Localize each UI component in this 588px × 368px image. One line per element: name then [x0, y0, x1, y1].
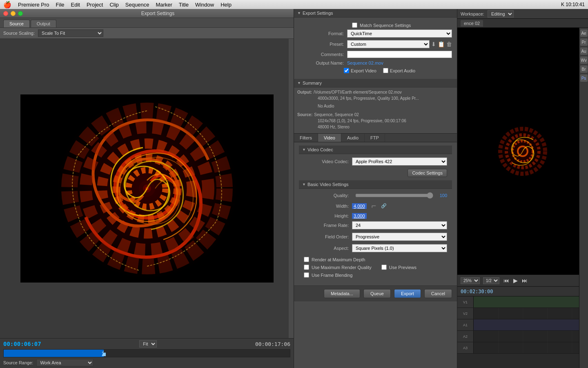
menu-sequence[interactable]: Sequence [125, 2, 149, 8]
track-a1-content[interactable] [474, 319, 588, 330]
video-codec-title: Video Codec [307, 147, 333, 152]
preset-select[interactable]: Custom [347, 40, 430, 48]
fit-select[interactable]: Fit [139, 340, 157, 348]
timeline-header: 00:02:30:00 [457, 287, 588, 296]
aspect-select[interactable]: Square Pixels (1.0) [352, 244, 447, 252]
workspace-select[interactable]: Editing [488, 10, 514, 18]
goto-end-button[interactable]: ⏭ [521, 276, 528, 285]
tab-output[interactable]: Output [31, 20, 56, 27]
program-preview [457, 28, 588, 275]
summary-output-val: /Volumes/OPTI/Earth element/Sequence 02.… [314, 89, 402, 95]
save-preset-icon[interactable]: ⬇ [431, 41, 436, 47]
export-video-checkbox[interactable] [344, 68, 349, 73]
quality-value: 100 [440, 193, 447, 198]
tab-audio[interactable]: Audio [341, 134, 365, 142]
queue-button[interactable]: Queue [363, 289, 391, 298]
menu-marker[interactable]: Marker [156, 2, 172, 8]
current-timecode: 00:00:06:07 [3, 341, 41, 347]
track-a2-content[interactable] [474, 331, 588, 342]
close-window-button[interactable] [3, 11, 8, 16]
maximize-window-button[interactable] [18, 11, 23, 16]
source-range-select[interactable]: Work Area [36, 359, 94, 366]
delete-preset-icon[interactable]: 🗑 [446, 41, 452, 47]
codec-settings-button[interactable]: Codec Settings [408, 169, 447, 177]
tab-source[interactable]: Source [3, 20, 30, 27]
preview-scrollbar[interactable] [289, 39, 294, 338]
export-settings-header[interactable]: ▼ Export Settings [294, 9, 457, 18]
height-value[interactable]: 3,000 [352, 213, 367, 219]
menu-help[interactable]: Help [220, 2, 232, 8]
basic-video-header[interactable]: ▼ Basic Video Settings [299, 180, 452, 189]
use-previews-checkbox[interactable] [381, 265, 387, 270]
load-preset-icon[interactable]: 📋 [438, 41, 445, 47]
summary-output-details: 4000x3000, 24 fps, Progressive, Quality … [297, 95, 454, 101]
menubar-right: K 10:10:41 [561, 2, 585, 7]
tool-ps[interactable]: Ps [580, 74, 588, 82]
track-v2-content[interactable] [474, 308, 588, 319]
codec-select[interactable]: Apple ProRes 422 [352, 157, 447, 166]
link-aspect-icon[interactable]: 🔗 [381, 203, 387, 209]
track-a1: A1 [457, 319, 588, 331]
source-scaling-select[interactable]: Scale To Fit [38, 29, 103, 37]
summary-content: Output: /Volumes/OPTI/Earth element/Sequ… [294, 88, 457, 133]
tool-ae[interactable]: Ae [580, 29, 588, 37]
frame-blend-checkbox[interactable] [304, 272, 309, 278]
goto-start-button[interactable]: ⏮ [503, 276, 510, 285]
menu-title[interactable]: Title [179, 2, 189, 8]
spiral-artwork [20, 94, 274, 283]
field-order-select[interactable]: Progressive [352, 233, 447, 241]
cancel-button[interactable]: Cancel [424, 289, 452, 298]
page-select[interactable]: 1/2 [483, 277, 499, 284]
summary-header[interactable]: ▼ Summary [294, 79, 457, 88]
metadata-button[interactable]: Metadata... [324, 289, 360, 298]
tab-ftp[interactable]: FTP [365, 134, 385, 142]
codec-label: Video Codec: [304, 159, 349, 164]
tab-filters[interactable]: Filters [294, 134, 318, 142]
menu-window[interactable]: Window [195, 2, 214, 8]
export-settings-title: Export Settings [303, 11, 333, 16]
track-v1-content[interactable] [474, 296, 588, 307]
apple-menu[interactable]: 🍎 [3, 1, 11, 9]
quality-slider[interactable] [355, 192, 433, 199]
zoom-select[interactable]: 25% [461, 277, 480, 284]
menu-project[interactable]: Project [87, 2, 103, 8]
menu-premiere-pro[interactable]: Premiere Pro [18, 2, 49, 8]
minimize-window-button[interactable] [11, 11, 16, 16]
sequence-tab[interactable]: ence 02 [461, 20, 483, 27]
output-name-link[interactable]: Sequence 02.mov [347, 61, 383, 65]
menu-file[interactable]: File [56, 2, 65, 8]
track-v1: V1 [457, 296, 588, 308]
basic-video-title: Basic Video Settings [307, 182, 349, 187]
format-select[interactable]: QuickTime [347, 29, 452, 38]
height-row: Height: 3,000 [304, 213, 447, 219]
track-a3-content[interactable] [474, 342, 588, 353]
export-button[interactable]: Export [394, 289, 421, 298]
tab-video[interactable]: Video [318, 134, 341, 142]
timeline-scrubber[interactable] [3, 349, 290, 357]
video-codec-header[interactable]: ▼ Video Codec [299, 146, 452, 154]
video-codec-collapse-icon: ▼ [302, 148, 306, 152]
video-settings: ▼ Video Codec Video Codec: Apple ProRes … [294, 142, 457, 285]
playback-controls: 00:00:06:07 Fit 00:00:17:06 Source Range… [0, 338, 294, 368]
export-audio-checkbox[interactable] [383, 68, 388, 73]
workspace-label: Workspace: [461, 11, 484, 16]
match-seq-checkbox[interactable] [352, 22, 357, 28]
menu-clip[interactable]: Clip [109, 2, 118, 8]
preview-area [0, 39, 294, 338]
tool-au[interactable]: Au [580, 47, 588, 55]
comments-input[interactable] [347, 51, 452, 58]
tool-wv[interactable]: Wv [580, 56, 588, 64]
settings-tabs-bar: Filters Video Audio FTP [294, 133, 457, 142]
tool-br[interactable]: Br [580, 65, 588, 73]
menu-edit[interactable]: Edit [71, 2, 80, 8]
max-quality-checkbox[interactable] [304, 265, 309, 270]
frame-rate-select[interactable]: 24 [352, 221, 447, 229]
tool-pr[interactable]: Pr [580, 38, 588, 46]
format-label: Format: [299, 31, 344, 36]
play-button[interactable]: ▶ [512, 276, 519, 285]
max-quality-label: Use Maximum Render Quality [312, 265, 372, 270]
width-value[interactable]: 4,000 [352, 203, 367, 209]
max-depth-checkbox[interactable] [304, 257, 309, 262]
video-preview [20, 94, 274, 283]
use-previews-label: Use Previews [389, 265, 416, 270]
